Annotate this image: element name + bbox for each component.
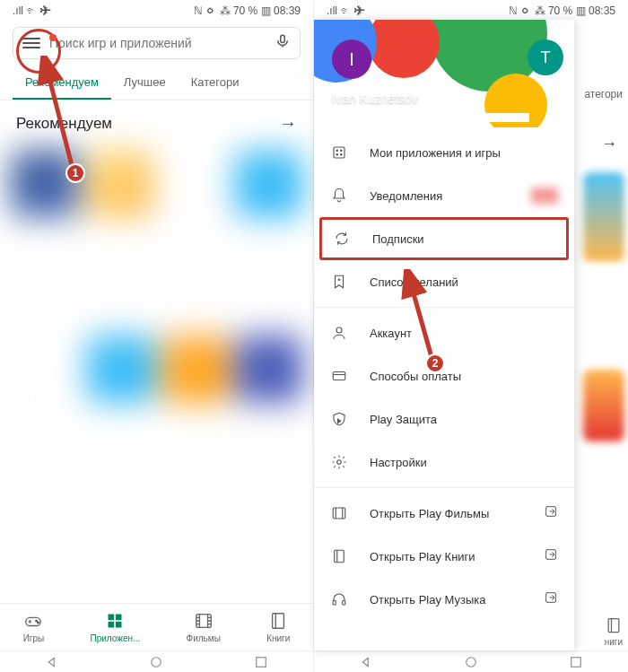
drawer-header[interactable]: I T Ivan Kuznetsov [314, 20, 574, 127]
system-nav [0, 650, 313, 672]
card-icon [330, 367, 348, 385]
drawer-account[interactable]: Аккаунт [314, 311, 574, 354]
exit-icon [544, 504, 558, 522]
gamepad-icon [23, 611, 43, 631]
nav-games[interactable]: Игры [23, 611, 45, 643]
svg-point-30 [467, 657, 476, 667]
tab-categories[interactable]: Категори [179, 66, 252, 100]
film-icon [194, 611, 214, 631]
system-nav-right [314, 650, 628, 672]
film-icon [330, 504, 348, 522]
drawer-notifications[interactable]: Уведомления [314, 174, 574, 217]
home-icon[interactable] [463, 654, 479, 670]
svg-rect-25 [335, 550, 345, 563]
avatar-alt[interactable]: T [528, 39, 563, 75]
drawer-my-apps[interactable]: Мои приложения и игры [314, 131, 574, 174]
gear-icon [330, 453, 348, 471]
book-icon [330, 547, 348, 565]
notification-blur [531, 188, 558, 204]
nav-apps[interactable]: Приложен... [90, 611, 140, 643]
drawer-play-protect[interactable]: Play Защита [314, 397, 574, 441]
recent-icon[interactable] [568, 654, 584, 670]
svg-point-16 [336, 150, 338, 152]
svg-point-20 [336, 327, 342, 333]
svg-rect-21 [333, 372, 345, 380]
svg-line-33 [408, 275, 433, 363]
svg-rect-14 [608, 619, 619, 633]
drawer-open-music[interactable]: Открыть Play Музыка [314, 578, 574, 612]
svg-point-19 [341, 154, 343, 156]
svg-point-17 [341, 150, 343, 152]
status-left: .ıll ᯤ ✈ [13, 4, 51, 17]
drawer-subscriptions[interactable]: Подписки [319, 217, 569, 260]
svg-rect-27 [333, 601, 336, 606]
back-icon[interactable] [358, 654, 374, 670]
avatar-main[interactable]: I [332, 39, 371, 79]
drawer-open-books[interactable]: Открыть Play Книги [314, 535, 574, 578]
redacted-email [332, 113, 529, 122]
annotation-badge-2: 2 [425, 353, 445, 373]
back-icon[interactable] [44, 654, 60, 670]
mic-icon[interactable] [275, 33, 291, 53]
blurred-app-grid [7, 146, 306, 523]
grid-dots-icon [330, 144, 348, 161]
svg-rect-6 [109, 622, 115, 628]
shield-icon [330, 410, 348, 428]
svg-rect-4 [109, 615, 115, 621]
svg-rect-31 [571, 657, 580, 667]
svg-line-13 [45, 61, 74, 172]
arrow-right-icon[interactable]: → [279, 113, 297, 134]
svg-rect-5 [116, 615, 122, 621]
search-input[interactable] [49, 36, 275, 50]
drawer-settings[interactable]: Настройки [314, 441, 574, 484]
svg-rect-11 [257, 657, 266, 667]
bell-icon [330, 187, 348, 205]
status-right: ℕ ⭘ ⁂ 70 % ▥ 08:39 [194, 4, 301, 17]
svg-rect-7 [116, 622, 122, 628]
navigation-drawer: I T Ivan Kuznetsov Мои приложения и игры… [314, 20, 574, 650]
svg-point-18 [336, 154, 338, 156]
home-icon[interactable] [148, 654, 164, 670]
svg-rect-23 [333, 508, 345, 519]
book-icon [605, 616, 623, 634]
exit-icon [544, 590, 558, 608]
user-name: Ivan Kuznetsov [332, 92, 418, 106]
book-icon [268, 611, 288, 631]
svg-rect-0 [281, 35, 285, 42]
tab-top[interactable]: Лучшее [111, 66, 179, 100]
annotation-arrow-1 [38, 56, 92, 181]
apps-grid-icon [105, 611, 125, 631]
bottom-nav: Игры Приложен... Фильмы Книги [0, 603, 313, 650]
nav-movies[interactable]: Фильмы [187, 611, 221, 643]
svg-point-10 [152, 657, 161, 667]
annotation-badge-1: 1 [65, 163, 85, 183]
nav-books[interactable]: Книги [266, 611, 290, 643]
peek-background: атегори → ниги [574, 20, 628, 650]
svg-point-22 [337, 460, 342, 465]
refresh-icon [333, 230, 351, 248]
drawer-open-movies[interactable]: Открыть Play Фильмы [314, 492, 574, 535]
headphones-icon [330, 590, 348, 608]
person-icon [330, 324, 348, 342]
svg-rect-15 [334, 147, 345, 158]
svg-rect-28 [343, 601, 345, 606]
recent-icon[interactable] [253, 654, 269, 670]
exit-icon [544, 547, 558, 565]
svg-point-2 [36, 620, 38, 622]
status-bar-right: .ıll ᯤ ✈ ℕ ⭘ ⁂ 70 % ▥ 08:35 [314, 0, 628, 20]
bookmark-add-icon [330, 273, 348, 291]
svg-point-3 [38, 622, 39, 624]
annotation-dot [49, 34, 57, 41]
svg-rect-9 [273, 614, 284, 629]
status-bar: .ıll ᯤ ✈ ℕ ⭘ ⁂ 70 % ▥ 08:39 [0, 0, 313, 20]
drawer-wishlist[interactable]: Список желаний [314, 260, 574, 303]
